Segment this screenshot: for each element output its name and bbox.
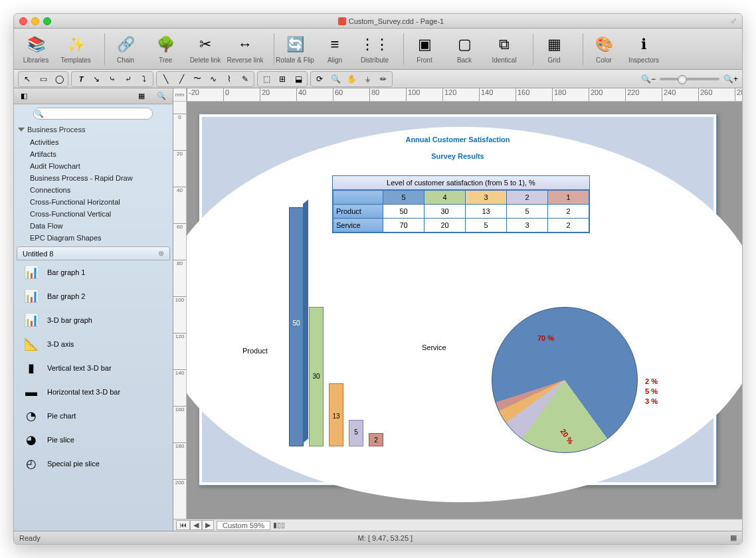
- stamp-tool[interactable]: ⏚: [360, 73, 375, 85]
- page[interactable]: Annual Customer SatisfactionSurvey Resul…: [199, 114, 717, 486]
- reverse-link-button[interactable]: ↔Reverse link: [229, 34, 262, 64]
- library-tab-close-icon[interactable]: ⊗: [158, 249, 164, 258]
- distribute-button[interactable]: ⋮⋮Distribute: [358, 34, 391, 64]
- grid-button[interactable]: ▦Grid: [537, 34, 571, 64]
- search-icon: 🔍: [35, 110, 44, 118]
- fullscreen-icon[interactable]: ⤢: [731, 17, 737, 25]
- tree-item[interactable]: Data Flow: [14, 220, 173, 232]
- connector-tool-1[interactable]: ↘: [89, 73, 104, 85]
- window-zoom-button[interactable]: [43, 17, 51, 25]
- bar-graph-2-icon: 📊: [21, 288, 42, 304]
- bar-5: [289, 207, 304, 446]
- align-button[interactable]: ≡Align: [318, 34, 351, 64]
- front-button[interactable]: ▣Front: [408, 34, 441, 64]
- shape-pie-chart[interactable]: ◔Pie chart: [14, 404, 173, 428]
- shape-special-pie-slice[interactable]: ◴Special pie slice: [14, 452, 173, 476]
- shape-htext-3d-bar[interactable]: ▬Horizontal text 3-D bar: [14, 380, 173, 404]
- shape-3d-bar-graph[interactable]: 📊3-D bar graph: [14, 308, 173, 332]
- tab-splitter[interactable]: ▮▯▯: [273, 521, 285, 529]
- inspectors-button[interactable]: ℹInspectors: [627, 34, 660, 64]
- union-tool[interactable]: ⬓: [291, 73, 306, 85]
- tree-button[interactable]: 🌳Tree: [149, 34, 182, 64]
- connector-tool-3[interactable]: ⤶: [121, 73, 136, 85]
- rotate-flip-icon: 🔄: [284, 34, 306, 55]
- crop-tool[interactable]: ⬚: [259, 73, 274, 85]
- rotate-flip-button[interactable]: 🔄Rotate & Flip: [278, 34, 312, 64]
- pointer-tool[interactable]: ↖: [20, 73, 35, 85]
- library-tab[interactable]: Untitled 8 ⊗: [17, 246, 170, 260]
- shape-bar-graph-2[interactable]: 📊Bar graph 2: [14, 284, 173, 308]
- tab-nav-prev[interactable]: ◀: [190, 520, 202, 530]
- shape-bar-graph-1[interactable]: 📊Bar graph 1: [14, 260, 173, 284]
- tree-item[interactable]: Audit Flowchart: [14, 160, 173, 172]
- libraries-button[interactable]: 📚Libraries: [19, 34, 52, 64]
- pan-tool[interactable]: ✋: [344, 73, 359, 85]
- window-close-button[interactable]: [19, 17, 27, 25]
- line-tool-1[interactable]: ╲: [158, 73, 173, 85]
- ellipse-tool[interactable]: ◯: [52, 73, 66, 85]
- inspectors-icon: ℹ: [633, 34, 654, 55]
- zoom-tool[interactable]: 🔍: [328, 73, 343, 85]
- snap-tool[interactable]: ⊞: [275, 73, 290, 85]
- sidebar-tab-search[interactable]: 🔍: [153, 90, 170, 102]
- text-tool[interactable]: 𝙏: [73, 73, 88, 85]
- delete-link-button[interactable]: ✂Delete link: [189, 34, 222, 64]
- grid-label: Grid: [548, 56, 561, 64]
- tree-item[interactable]: Artifacts: [14, 148, 173, 160]
- tab-nav-next[interactable]: ▶: [202, 520, 214, 530]
- color-label: Color: [596, 56, 612, 64]
- templates-button[interactable]: ✨Templates: [59, 34, 92, 64]
- canvas[interactable]: Annual Customer SatisfactionSurvey Resul…: [187, 102, 742, 519]
- tree-item[interactable]: Connections: [14, 184, 173, 196]
- page-tab-name[interactable]: Custom 59%: [217, 521, 270, 530]
- main-toolbar: 📚Libraries✨Templates🔗Chain🌳Tree✂Delete l…: [14, 29, 742, 70]
- chain-button[interactable]: 🔗Chain: [109, 34, 142, 64]
- tree-label: Tree: [159, 56, 172, 64]
- color-icon: 🎨: [593, 34, 614, 55]
- tree-item[interactable]: Business Process - Rapid Draw: [14, 172, 173, 184]
- tree-item[interactable]: Cross-Functional Horizontal: [14, 196, 173, 208]
- bar-5-value: 50: [289, 320, 304, 327]
- window-minimize-button[interactable]: [31, 17, 39, 25]
- tab-nav-first[interactable]: ⏮: [176, 520, 190, 530]
- back-label: Back: [457, 56, 472, 64]
- zoom-out-button[interactable]: 🔍−: [641, 73, 656, 85]
- rect-tool[interactable]: ▭: [36, 73, 50, 85]
- eyedropper-tool[interactable]: ✏: [376, 73, 391, 85]
- sidebar-tab-tree[interactable]: ◧: [17, 90, 31, 102]
- distribute-icon: ⋮⋮: [364, 34, 385, 55]
- line-tool-2[interactable]: ╱: [174, 73, 189, 85]
- tree-item[interactable]: EPC Diagram Shapes: [14, 232, 173, 244]
- tree-item[interactable]: Activities: [14, 136, 173, 148]
- curve-tool-1[interactable]: 〜: [190, 73, 205, 85]
- zoom-in-button[interactable]: 🔍+: [723, 73, 738, 85]
- tree-header-business-process[interactable]: Business Process: [14, 123, 173, 136]
- grid-icon: ▦: [543, 34, 565, 55]
- bar-chart-label: Product: [242, 347, 268, 355]
- page-tabstrip: ⏮ ◀ ▶ Custom 59% ▮▯▯: [173, 519, 742, 531]
- tree-item[interactable]: Cross-Functional Vertical: [14, 208, 173, 220]
- freehand-tool[interactable]: ✎: [238, 73, 252, 85]
- 3d-axis-icon: 📐: [21, 336, 42, 352]
- identical-label: Identical: [492, 56, 516, 64]
- distribute-label: Distribute: [361, 56, 389, 64]
- pie: 70 % 20 % 2 % 3 % 5 %: [492, 307, 638, 453]
- connector-tool-2[interactable]: ⤷: [105, 73, 120, 85]
- polyline-tool[interactable]: ⌇: [222, 73, 236, 85]
- sidebar-tab-grid[interactable]: ▦: [134, 90, 149, 102]
- back-button[interactable]: ▢Back: [448, 34, 481, 64]
- color-button[interactable]: 🎨Color: [587, 34, 620, 64]
- shape-vtext-3d-bar[interactable]: ▮Vertical text 3-D bar: [14, 356, 173, 380]
- back-icon: ▢: [454, 34, 475, 55]
- shape-pie-slice[interactable]: ◕Pie slice: [14, 428, 173, 452]
- chain-icon: 🔗: [115, 34, 136, 55]
- connector-tool-4[interactable]: ⤵: [137, 73, 151, 85]
- shape-label: Bar graph 2: [47, 292, 85, 300]
- sidebar-search-input[interactable]: [33, 108, 153, 120]
- zoom-slider[interactable]: [660, 78, 719, 80]
- curve-tool-2[interactable]: ∿: [206, 73, 221, 85]
- identical-button[interactable]: ⧉Identical: [488, 34, 521, 64]
- refresh-tool[interactable]: ⟳: [312, 73, 327, 85]
- status-view-icon[interactable]: ▦: [730, 533, 737, 542]
- shape-3d-axis[interactable]: 📐3-D axis: [14, 332, 173, 356]
